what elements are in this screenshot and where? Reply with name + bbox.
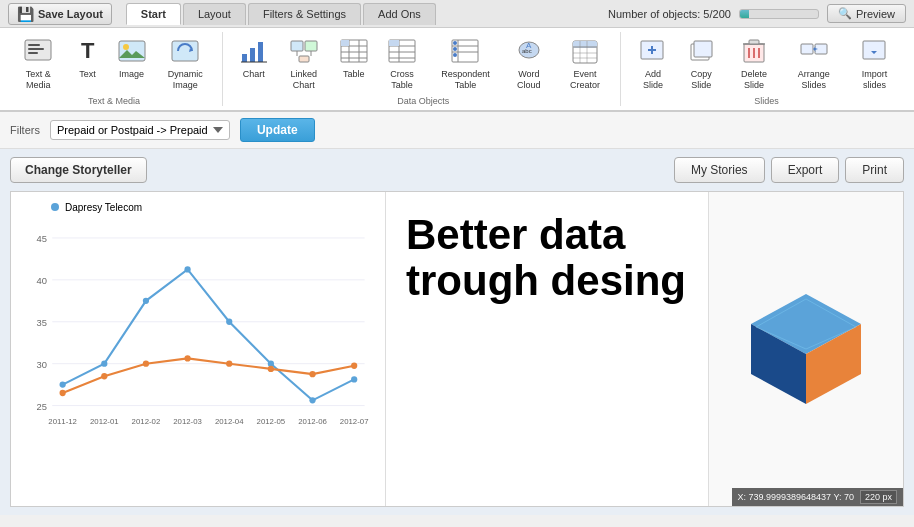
add-slide-icon: [637, 35, 669, 67]
ribbon-item-arrange-slides[interactable]: Arrange Slides: [783, 32, 845, 94]
svg-point-88: [143, 360, 149, 366]
image-panel: X: 739.9999389648437 Y: 70 220 px: [708, 192, 903, 506]
import-slides-icon: [858, 35, 890, 67]
copy-slide-icon: [685, 35, 717, 67]
tab-layout[interactable]: Layout: [183, 3, 246, 25]
export-button[interactable]: Export: [771, 157, 840, 183]
svg-point-5: [123, 44, 129, 50]
tab-addons[interactable]: Add Ons: [363, 3, 436, 25]
filter-select[interactable]: Prepaid or Postpaid -> Prepaid: [50, 120, 230, 140]
svg-text:35: 35: [37, 317, 47, 328]
ribbon-item-linked-chart[interactable]: Linked Chart: [277, 32, 331, 94]
ribbon-item-add-slide[interactable]: Add Slide: [631, 32, 675, 94]
objects-progress-bar: [739, 9, 819, 19]
my-stories-button[interactable]: My Stories: [674, 157, 765, 183]
ribbon-item-chart[interactable]: Chart: [233, 32, 275, 94]
arrange-slides-icon: [798, 35, 830, 67]
image-label: Image: [119, 69, 144, 80]
svg-rect-15: [299, 56, 309, 62]
ribbon-item-cross-table[interactable]: Cross Table: [377, 32, 428, 94]
svg-point-87: [101, 373, 107, 379]
cross-table-icon: [386, 35, 418, 67]
cross-table-label: Cross Table: [382, 69, 423, 91]
svg-text:2012-01: 2012-01: [90, 417, 119, 426]
copy-slide-label: Copy Slide: [682, 69, 721, 91]
floppy-icon: 💾: [17, 6, 34, 22]
save-layout-button[interactable]: 💾 Save Layout: [8, 3, 112, 25]
legend-dot-series1: [51, 203, 59, 211]
ribbon-item-event-creator[interactable]: Event Creator: [556, 32, 614, 94]
ribbon-item-import-slides[interactable]: Import slides: [847, 32, 902, 94]
svg-rect-3: [28, 52, 38, 54]
svg-text:2011-12: 2011-12: [48, 417, 77, 426]
svg-rect-22: [341, 40, 349, 46]
svg-text:40: 40: [37, 275, 47, 286]
svg-rect-59: [863, 41, 885, 59]
ribbon-item-dynamic-image[interactable]: Dynamic Image: [155, 32, 216, 94]
delete-slide-icon: [738, 35, 770, 67]
svg-point-89: [184, 355, 190, 361]
ribbon-item-text[interactable]: T Text: [67, 32, 109, 94]
ribbon-item-respondent-table[interactable]: Respondent Table: [429, 32, 501, 94]
svg-rect-53: [749, 40, 759, 44]
text-label: Text: [79, 69, 96, 80]
svg-text:25: 25: [37, 400, 47, 411]
svg-rect-57: [801, 44, 813, 54]
objects-count-area: Number of objects: 5/200 🔍 Preview: [608, 4, 906, 23]
tab-start[interactable]: Start: [126, 3, 181, 25]
ribbon-items-data-objects: Chart Linked Chart: [233, 32, 614, 94]
text-media-icon: [22, 35, 54, 67]
change-storyteller-button[interactable]: Change Storyteller: [10, 157, 147, 183]
svg-point-82: [226, 318, 232, 324]
svg-point-78: [60, 381, 66, 387]
ribbon-group-label-data-objects: Data Objects: [233, 96, 614, 106]
svg-text:30: 30: [37, 358, 47, 369]
event-creator-label: Event Creator: [561, 69, 609, 91]
action-bar: Change Storyteller My Stories Export Pri…: [10, 157, 904, 183]
svg-point-34: [453, 47, 457, 51]
filter-bar: Filters Prepaid or Postpaid -> Prepaid U…: [0, 112, 914, 149]
filter-label: Filters: [10, 124, 40, 136]
svg-point-92: [309, 371, 315, 377]
svg-rect-11: [291, 41, 303, 51]
ribbon-item-copy-slide[interactable]: Copy Slide: [677, 32, 726, 94]
print-button[interactable]: Print: [845, 157, 904, 183]
text-panel: Better data trough desing: [386, 192, 708, 506]
svg-point-81: [184, 266, 190, 272]
svg-point-79: [101, 360, 107, 366]
text-media-label: Text & Media: [17, 69, 60, 91]
arrange-slides-label: Arrange Slides: [788, 69, 840, 91]
ribbon-item-table[interactable]: Table: [333, 32, 375, 94]
svg-rect-50: [694, 41, 712, 57]
chart-svg: 45 40 35 30 25 2011-12 2012-01 2012-02 2…: [21, 217, 375, 437]
table-icon: [338, 35, 370, 67]
ribbon-item-word-cloud[interactable]: abc A Word Cloud: [504, 32, 555, 94]
import-slides-label: Import slides: [852, 69, 897, 91]
svg-rect-2: [28, 48, 44, 50]
svg-text:2012-03: 2012-03: [173, 417, 202, 426]
svg-text:2012-02: 2012-02: [132, 417, 161, 426]
ribbon-group-data-objects: Chart Linked Chart: [227, 32, 621, 106]
svg-rect-8: [250, 48, 255, 62]
preview-icon: 🔍: [838, 7, 852, 20]
ribbon-group-label-text-media: Text & Media: [12, 96, 216, 106]
word-cloud-icon: abc A: [513, 35, 545, 67]
title-bar-left: 💾 Save Layout Start Layout Filters & Set…: [8, 3, 438, 25]
tab-filters[interactable]: Filters & Settings: [248, 3, 361, 25]
svg-text:2012-07: 2012-07: [340, 417, 369, 426]
svg-point-80: [143, 297, 149, 303]
main-area: Change Storyteller My Stories Export Pri…: [0, 149, 914, 515]
event-creator-icon: [569, 35, 601, 67]
svg-text:45: 45: [37, 233, 47, 244]
chart-icon: [238, 35, 270, 67]
chart-label: Chart: [243, 69, 265, 80]
save-layout-label: Save Layout: [38, 8, 103, 20]
linked-chart-label: Linked Chart: [282, 69, 326, 91]
update-button[interactable]: Update: [240, 118, 315, 142]
dynamic-image-label: Dynamic Image: [160, 69, 211, 91]
ribbon-item-text-media[interactable]: Text & Media: [12, 32, 65, 94]
ribbon-item-delete-slide[interactable]: Delete Slide: [728, 32, 781, 94]
slide-big-text: Better data trough desing: [406, 212, 688, 304]
ribbon-item-image[interactable]: Image: [111, 32, 153, 94]
preview-button[interactable]: 🔍 Preview: [827, 4, 906, 23]
